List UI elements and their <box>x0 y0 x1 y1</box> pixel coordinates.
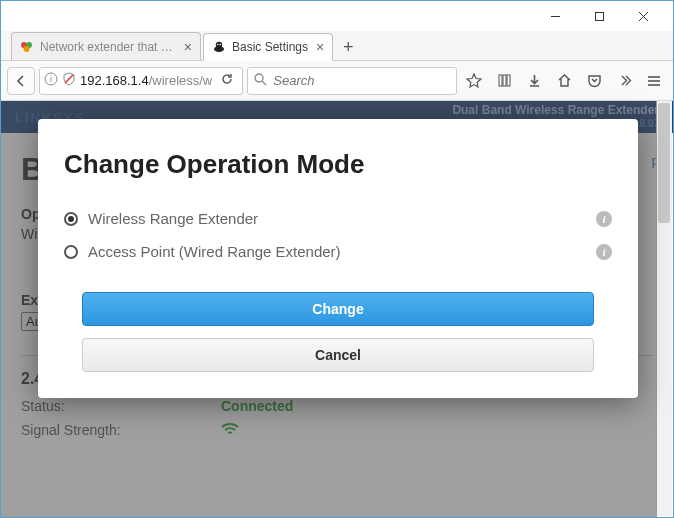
tab-close-0[interactable]: × <box>184 39 192 55</box>
reload-button[interactable] <box>216 72 238 90</box>
svg-point-14 <box>255 74 263 82</box>
info-icon[interactable]: i <box>596 211 612 227</box>
home-icon[interactable] <box>551 67 577 95</box>
browser-tab-0[interactable]: Network extender that plugs × <box>11 32 201 60</box>
cancel-button[interactable]: Cancel <box>82 338 594 372</box>
svg-rect-16 <box>499 75 502 86</box>
tracking-icon[interactable] <box>62 72 76 90</box>
menu-icon[interactable] <box>641 67 667 95</box>
url-bar[interactable]: i 192.168.1.4/wireless/w <box>39 67 243 95</box>
svg-rect-17 <box>503 75 506 86</box>
vertical-scrollbar[interactable] <box>656 101 672 516</box>
option-wireless-range-extender[interactable]: Wireless Range Extender i <box>64 202 612 235</box>
browser-tabstrip: Network extender that plugs × Basic Sett… <box>1 31 673 61</box>
svg-point-10 <box>219 44 221 46</box>
svg-text:i: i <box>50 74 52 84</box>
browser-tab-1[interactable]: Basic Settings × <box>203 33 333 61</box>
svg-rect-18 <box>507 75 510 86</box>
svg-line-13 <box>65 75 73 83</box>
option-label-1: Access Point (Wired Range Extender) <box>88 243 341 260</box>
identity-icon[interactable]: i <box>44 72 58 90</box>
search-input[interactable] <box>273 73 450 88</box>
window-minimize-button[interactable] <box>533 2 577 30</box>
window-maximize-button[interactable] <box>577 2 621 30</box>
overflow-icon[interactable] <box>611 67 637 95</box>
tab-favicon-1 <box>212 40 226 54</box>
back-button[interactable] <box>7 67 35 95</box>
library-icon[interactable] <box>491 67 517 95</box>
change-button[interactable]: Change <box>82 292 594 326</box>
radio-unselected-icon[interactable] <box>64 245 78 259</box>
new-tab-button[interactable]: + <box>335 34 361 60</box>
option-access-point[interactable]: Access Point (Wired Range Extender) i <box>64 235 612 268</box>
option-label-0: Wireless Range Extender <box>88 210 258 227</box>
radio-selected-icon[interactable] <box>64 212 78 226</box>
window-close-button[interactable] <box>621 2 665 30</box>
change-operation-mode-dialog: Change Operation Mode Wireless Range Ext… <box>38 119 638 398</box>
pocket-icon[interactable] <box>581 67 607 95</box>
scrollbar-thumb[interactable] <box>658 103 670 223</box>
url-text: 192.168.1.4/wireless/w <box>80 73 212 88</box>
search-bar[interactable] <box>247 67 457 95</box>
svg-point-8 <box>216 42 222 48</box>
svg-line-15 <box>262 81 266 85</box>
svg-rect-1 <box>595 12 603 20</box>
bookmark-star-icon[interactable] <box>461 67 487 95</box>
search-icon <box>254 72 267 90</box>
info-icon[interactable]: i <box>596 244 612 260</box>
modal-title: Change Operation Mode <box>64 149 612 180</box>
tab-close-1[interactable]: × <box>316 39 324 55</box>
svg-point-9 <box>217 44 219 46</box>
window-titlebar <box>1 1 673 31</box>
tab-label-0: Network extender that plugs <box>40 40 176 54</box>
svg-point-6 <box>24 46 30 52</box>
tab-favicon-0 <box>20 40 34 54</box>
download-icon[interactable] <box>521 67 547 95</box>
tab-label-1: Basic Settings <box>232 40 308 54</box>
browser-nav-toolbar: i 192.168.1.4/wireless/w <box>1 61 673 101</box>
